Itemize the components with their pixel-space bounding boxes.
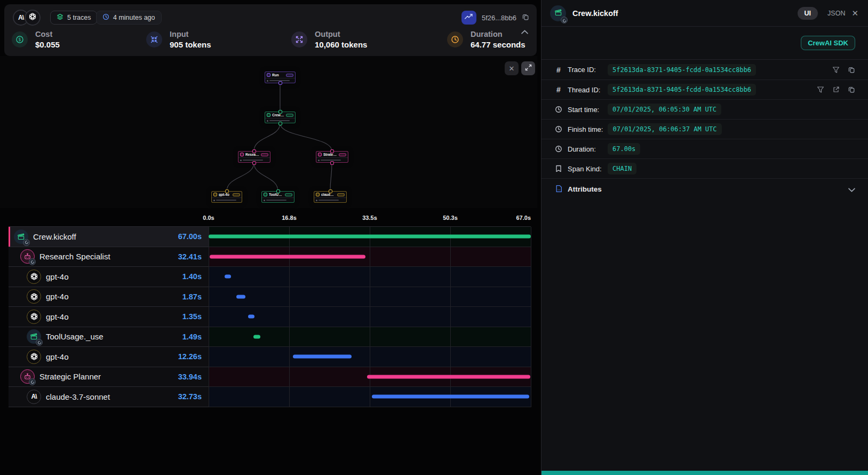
field-label: Start time: (568, 106, 603, 114)
graph-node-label: claude-3.7-sonnet (321, 193, 336, 196)
execution-graph: Run Crew.kickoff Research Specialist Str… (0, 56, 537, 208)
copy-trace-id-button[interactable] (522, 13, 529, 22)
trace-header-card: A\ 5 traces 4 minutes ago 5f26...8bb6 $ … (4, 4, 537, 56)
span-name: gpt-4o (46, 312, 69, 321)
gridline (370, 227, 370, 407)
panel-tabs: UIJSON (798, 7, 846, 20)
span-bar[interactable] (210, 255, 365, 258)
clock-icon (554, 106, 563, 113)
node-connector (330, 161, 334, 165)
node-duration-badge (286, 114, 293, 117)
waterfall-row[interactable]: A\ claude-3.7-sonnet 32.73s (9, 387, 531, 407)
agent-robot-icon (20, 249, 35, 264)
stat-label: Duration (471, 30, 525, 38)
span-bar[interactable] (209, 235, 531, 239)
traces-count-badge[interactable]: 5 traces (50, 11, 97, 25)
gridline (209, 227, 209, 407)
stat-value: 905 tokens (170, 40, 211, 49)
agentops-badge-icon (36, 339, 43, 346)
waterfall-row[interactable]: Crew.kickoff 67.00s (9, 227, 531, 247)
agentops-badge-icon (29, 378, 36, 385)
attributes-label: Attributes (568, 185, 602, 193)
field-label: Finish time: (568, 125, 603, 133)
collapse-chevron-icon[interactable] (521, 27, 528, 36)
external-link-button[interactable] (832, 86, 840, 93)
field-value: 5f2613da-8371-9405-fcdd-0a1534cc8bb6 (608, 84, 756, 96)
attributes-section-toggle[interactable]: Attributes (541, 178, 868, 200)
tab-ui[interactable]: UI (798, 7, 818, 20)
panel-close-button[interactable]: ✕ (851, 9, 858, 18)
span-name: gpt-4o (46, 352, 69, 361)
span-bar[interactable] (293, 355, 352, 359)
span-bar[interactable] (236, 295, 245, 298)
openai-icon (27, 350, 41, 364)
anthropic-icon (316, 193, 320, 196)
waterfall-row[interactable]: gpt-4o 1.40s (9, 267, 531, 287)
waterfall-row[interactable]: gpt-4o 1.87s (9, 287, 531, 307)
arrows-in-icon (146, 31, 162, 48)
node-duration-badge (337, 193, 345, 196)
span-bar[interactable] (372, 395, 529, 399)
tab-json[interactable]: JSON (827, 10, 845, 17)
waterfall-rows: Crew.kickoff 67.00s Research Specialist … (9, 226, 531, 407)
clapper-icon (264, 193, 267, 196)
clock-icon (554, 145, 563, 153)
panel-accent-bar (541, 471, 868, 475)
field-value: 5f2613da-8371-9405-fcdd-0a1534cc8bb6 (608, 64, 756, 76)
openai-icon (213, 193, 217, 196)
node-connector (278, 122, 282, 125)
crewai-icon (14, 229, 28, 244)
field-row: Finish time: 07/01/2025, 06:06:37 AM UTC (541, 119, 868, 139)
trace-header-row: A\ 5 traces 4 minutes ago 5f26...8bb6 (9, 10, 532, 26)
waterfall-row[interactable]: Strategic Planner 33.94s (9, 367, 531, 387)
span-bar[interactable] (248, 315, 254, 319)
waterfall-row[interactable]: gpt-4o 1.35s (9, 307, 531, 327)
copy-button[interactable] (848, 66, 855, 74)
span-bar[interactable] (367, 375, 530, 378)
hash-icon: # (554, 85, 563, 94)
span-duration: 1.35s (182, 312, 202, 321)
spark-icon (267, 73, 270, 77)
time-ago-label: 4 minutes ago (113, 14, 155, 21)
stat-value: 10,060 tokens (315, 40, 367, 49)
node-duration-badge (286, 74, 293, 77)
waterfall-row[interactable]: gpt-4o 12.26s (9, 347, 531, 367)
trace-short-id: 5f26...8bb6 (482, 14, 516, 22)
waterfall-row[interactable]: Research Specialist 32.41s (9, 247, 531, 267)
graph-node-label: ToolUsage._use (269, 193, 283, 196)
svg-text:$: $ (18, 37, 21, 42)
graph-node-label: Run (272, 73, 279, 77)
copy-button[interactable] (848, 86, 855, 93)
node-connector (252, 149, 256, 153)
field-row: # Trace ID: 5f2613da-8371-9405-fcdd-0a15… (541, 60, 868, 80)
openai-avatar-icon (25, 10, 41, 26)
graph-node-label: Research Specialist (245, 153, 259, 156)
node-duration-badge (233, 193, 240, 196)
filter-button[interactable] (817, 86, 824, 93)
span-bar[interactable] (225, 275, 232, 279)
filter-button[interactable] (832, 66, 840, 74)
field-label: Span Kind: (568, 165, 603, 173)
openai-icon (27, 270, 41, 284)
node-connector (278, 110, 282, 114)
gridline (289, 227, 290, 407)
span-duration: 1.87s (182, 292, 202, 301)
node-connector (278, 81, 282, 85)
span-duration: 32.41s (178, 252, 202, 261)
graph-expand-button[interactable] (521, 61, 535, 75)
span-duration: 1.49s (182, 332, 202, 341)
node-connector (329, 189, 332, 193)
field-value: 07/01/2025, 06:05:30 AM UTC (608, 104, 721, 115)
span-bar[interactable] (253, 335, 260, 338)
clapper-icon (267, 113, 270, 117)
robot-icon (240, 153, 244, 156)
span-name: claude-3.7-sonnet (46, 392, 110, 401)
field-value: 67.00s (608, 143, 640, 155)
graph-close-button[interactable]: ✕ (505, 61, 519, 75)
agentops-badge-icon (29, 258, 36, 265)
field-label: Thread ID: (568, 86, 603, 94)
trace-chart-button[interactable] (461, 11, 476, 25)
graph-node-label: gpt-4o (219, 193, 229, 196)
waterfall-row[interactable]: ToolUsage._use 1.49s (9, 327, 531, 347)
stat-label: Cost (35, 30, 60, 38)
